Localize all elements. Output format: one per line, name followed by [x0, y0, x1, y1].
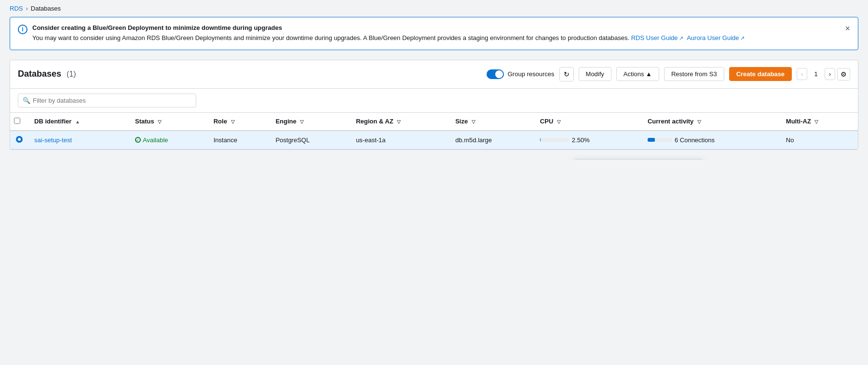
sort-icon-activity: ▽	[697, 119, 701, 124]
restore-from-s3-button[interactable]: Restore from S3	[664, 67, 724, 81]
banner-aurora-guide-link[interactable]: Aurora User Guide↗	[687, 34, 744, 41]
row-region-cell: us-east-1a	[350, 131, 449, 149]
sort-icon-status: ▽	[158, 119, 162, 124]
databases-panel: Databases (1) Group resources ↻ Modify A…	[10, 60, 858, 150]
status-available: Available	[135, 136, 202, 144]
external-link-icon: ↗	[679, 35, 683, 41]
banner-close-button[interactable]: ×	[845, 24, 850, 33]
row-status-cell: Available	[129, 131, 208, 149]
search-input-wrapper: 🔍	[18, 94, 196, 108]
create-database-button[interactable]: Create database	[729, 67, 792, 81]
row-role-cell: Instance	[208, 131, 270, 149]
col-cpu[interactable]: CPU ▽	[534, 113, 642, 131]
breadcrumb-current: Databases	[31, 5, 61, 12]
sort-icon-cpu: ▽	[557, 119, 561, 124]
actions-button[interactable]: Actions ▲	[616, 67, 659, 81]
breadcrumb-rds-link[interactable]: RDS	[10, 5, 23, 12]
status-dot	[135, 137, 141, 143]
select-all-header[interactable]	[10, 113, 28, 131]
table-header-row: DB identifier ▲ Status ▽ Role ▽ Engine	[10, 113, 858, 131]
row-select-cell[interactable]	[10, 131, 28, 149]
modify-button[interactable]: Modify	[579, 67, 611, 81]
pagination-current: 1	[809, 68, 822, 80]
col-region[interactable]: Region & AZ ▽	[350, 113, 449, 131]
col-engine[interactable]: Engine ▽	[270, 113, 350, 131]
activity-value: 6 Connections	[675, 136, 715, 144]
select-all-checkbox[interactable]	[14, 118, 20, 124]
sort-icon-role: ▽	[231, 119, 235, 124]
col-db-identifier[interactable]: DB identifier ▲	[28, 113, 129, 131]
search-bar: 🔍	[10, 89, 858, 113]
row-cpu-cell: 2.50%	[534, 131, 642, 149]
databases-table: DB identifier ▲ Status ▽ Role ▽ Engine	[10, 113, 858, 149]
actions-dropdown-menu: Quick Actions - New Convert to Multi-AZ …	[573, 159, 704, 160]
col-role[interactable]: Role ▽	[208, 113, 270, 131]
row-engine-cell: PostgreSQL	[270, 131, 350, 149]
panel-title: Databases (1)	[18, 69, 482, 79]
activity-bar	[648, 138, 672, 142]
group-resources-label: Group resources	[508, 70, 555, 78]
panel-header: Databases (1) Group resources ↻ Modify A…	[10, 60, 858, 89]
cpu-value: 2.50%	[572, 136, 590, 144]
pagination: ‹ 1 › ⚙	[797, 68, 850, 81]
sort-icon-region: ▽	[397, 119, 401, 124]
cpu-bar-wrapper: 2.50%	[540, 136, 636, 144]
cpu-bar	[540, 138, 569, 142]
activity-bar-wrapper: 6 Connections	[648, 136, 774, 144]
panel-count: (1)	[67, 70, 76, 78]
sort-icon-db-id: ▲	[75, 119, 80, 124]
breadcrumb: RDS › Databases	[0, 0, 868, 17]
db-id-link[interactable]: sai-setup-test	[34, 136, 72, 144]
breadcrumb-separator: ›	[26, 5, 27, 12]
cpu-bar-fill	[540, 138, 541, 142]
row-multiaz-cell: No	[780, 131, 858, 149]
col-size[interactable]: Size ▽	[449, 113, 534, 131]
banner-title: Consider creating a Blue/Green Deploymen…	[32, 24, 840, 31]
search-input[interactable]	[18, 94, 196, 108]
group-resources-toggle-group: Group resources	[487, 69, 555, 79]
col-status[interactable]: Status ▽	[129, 113, 208, 131]
table-row[interactable]: sai-setup-test Available Instance Postgr…	[10, 131, 858, 149]
refresh-button[interactable]: ↻	[559, 67, 574, 81]
main-content: i Consider creating a Blue/Green Deploym…	[0, 17, 868, 160]
info-icon: i	[18, 25, 27, 34]
table-container: DB identifier ▲ Status ▽ Role ▽ Engine	[10, 113, 858, 149]
activity-bar-fill	[648, 138, 655, 142]
pagination-prev-button[interactable]: ‹	[797, 68, 807, 80]
col-multiaz[interactable]: Multi-AZ ▽	[780, 113, 858, 131]
banner-text: You may want to consider using Amazon RD…	[32, 33, 840, 43]
sort-icon-size: ▽	[472, 119, 475, 124]
sort-icon-engine: ▽	[300, 119, 304, 124]
pagination-next-button[interactable]: ›	[825, 68, 835, 80]
search-icon: 🔍	[23, 97, 30, 104]
external-link-icon-2: ↗	[740, 35, 745, 41]
row-activity-cell: 6 Connections	[642, 131, 780, 149]
banner-rds-guide-link[interactable]: RDS User Guide↗	[631, 34, 685, 41]
row-db-id-cell: sai-setup-test	[28, 131, 129, 149]
pagination-settings-button[interactable]: ⚙	[837, 68, 850, 81]
row-size-cell: db.m5d.large	[449, 131, 534, 149]
sort-icon-multiaz: ▽	[814, 119, 818, 124]
info-banner: i Consider creating a Blue/Green Deploym…	[10, 17, 858, 50]
group-resources-toggle[interactable]	[487, 69, 504, 79]
banner-content: Consider creating a Blue/Green Deploymen…	[32, 24, 840, 43]
row-radio-selected[interactable]	[16, 136, 23, 143]
col-activity[interactable]: Current activity ▽	[642, 113, 780, 131]
